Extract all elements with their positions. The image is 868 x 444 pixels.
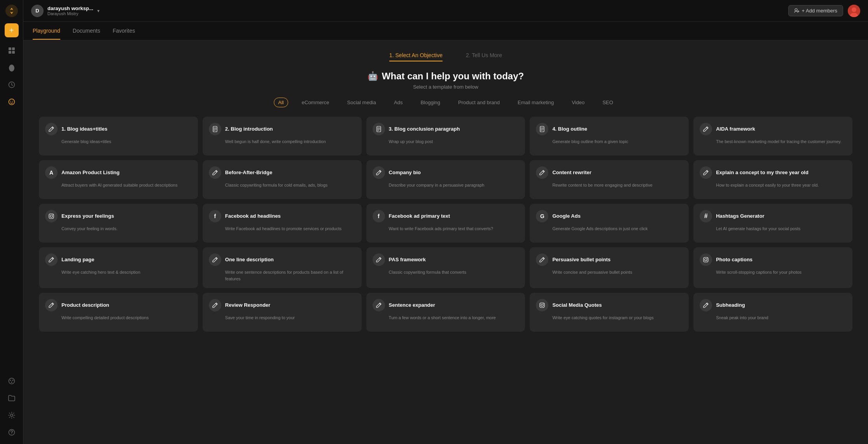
template-title-one-line: One line description <box>225 257 274 263</box>
template-card-header: Photo captions <box>700 253 846 266</box>
filter-video[interactable]: Video <box>567 98 589 107</box>
filter-ecommerce[interactable]: eCommerce <box>298 98 334 107</box>
sidebar-item-folder[interactable] <box>5 391 19 405</box>
svg-point-26 <box>52 214 53 215</box>
template-card-explain-concept[interactable]: Explain a concept to my three year old H… <box>693 160 852 199</box>
template-card-fb-headlines[interactable]: f Facebook ad headlines Write Facebook a… <box>203 204 362 243</box>
filter-social[interactable]: Social media <box>343 98 380 107</box>
template-card-express-feelings[interactable]: Express your feelings Convey your feelin… <box>39 204 198 243</box>
filter-tabs: All eCommerce Social media Ads Blogging … <box>39 98 852 107</box>
template-title-review-responder: Review Responder <box>225 302 270 309</box>
template-icon-blog-ideas <box>45 123 58 135</box>
sidebar-item-egg[interactable] <box>5 61 19 75</box>
template-card-social-quotes[interactable]: Social Media Quotes Write eye catching q… <box>530 293 689 332</box>
template-card-one-line[interactable]: One line description Write one sentence … <box>203 247 362 288</box>
template-card-blog-ideas[interactable]: 1. Blog ideas+titles Generate blog ideas… <box>39 117 198 156</box>
svg-point-16 <box>11 434 12 434</box>
template-card-hashtags[interactable]: # Hashtags Generator Let AI generate has… <box>693 204 852 243</box>
template-icon-one-line <box>209 253 221 266</box>
template-card-fb-primary[interactable]: f Facebook ad primary text Want to write… <box>366 204 525 243</box>
template-title-landing-page: Landing page <box>61 257 94 263</box>
filter-all[interactable]: All <box>274 98 288 107</box>
template-title-product-desc: Product description <box>61 302 109 309</box>
template-card-landing-page[interactable]: Landing page Write eye catching hero tex… <box>39 247 198 288</box>
sidebar: + <box>0 0 23 444</box>
template-card-amazon[interactable]: A Amazon Product Listing Attract buyers … <box>39 160 198 199</box>
tab-favorites[interactable]: Favorites <box>113 28 135 35</box>
sidebar-item-face[interactable] <box>5 95 19 109</box>
template-card-persuasive-bullets[interactable]: Persuasive bullet points Write concise a… <box>530 247 689 288</box>
template-card-subheading[interactable]: Subheading Sneak peak into your brand <box>693 293 852 332</box>
template-card-header: Explain a concept to my three year old <box>700 166 846 179</box>
template-desc-company-bio: Describe your company in a persuasive pa… <box>373 182 519 189</box>
template-card-photo-captions[interactable]: Photo captions Write scroll-stopping cap… <box>693 247 852 288</box>
workspace-info: darayush worksp... Darayush Mistry <box>47 5 93 16</box>
template-desc-content-rewriter: Rewrite content to be more engaging and … <box>536 182 682 189</box>
template-desc-fb-headlines: Write Facebook ad headlines to promote s… <box>209 225 355 232</box>
template-desc-explain-concept: How to explain a concept easily to your … <box>700 182 846 189</box>
template-title-blog-conclusion: 3. Blog conclusion paragraph <box>389 126 460 133</box>
template-icon-content-rewriter <box>536 166 548 179</box>
filter-email[interactable]: Email marketing <box>513 98 558 107</box>
template-card-header: 1. Blog ideas+titles <box>45 123 192 135</box>
template-card-header: G Google Ads <box>536 210 682 222</box>
template-icon-pas <box>373 253 385 266</box>
template-card-before-after[interactable]: Before-After-Bridge Classic copywriting … <box>203 160 362 199</box>
template-title-aida: AIDA framework <box>716 126 755 133</box>
user-avatar[interactable] <box>848 5 860 17</box>
svg-point-8 <box>10 101 11 102</box>
workspace-dropdown-icon[interactable]: ▾ <box>97 8 100 14</box>
template-card-header: f Facebook ad headlines <box>209 210 355 222</box>
sidebar-item-help[interactable] <box>5 425 19 439</box>
template-desc-pas: Classic copywriting formula that convert… <box>373 269 519 276</box>
tab-documents[interactable]: Documents <box>73 28 100 35</box>
template-desc-blog-intro: Well begun is half done, write compellin… <box>209 138 355 145</box>
svg-rect-4 <box>12 51 15 54</box>
template-icon-fb-primary: f <box>373 210 385 222</box>
template-card-sentence-expander[interactable]: Sentence expander Turn a few words or a … <box>366 293 525 332</box>
template-desc-blog-ideas: Generate blog ideas+titles <box>45 138 192 145</box>
template-desc-review-responder: Save your time in responding to your <box>209 315 355 321</box>
page-subtitle: Select a template from below <box>39 84 852 90</box>
template-icon-aida <box>700 123 712 135</box>
template-desc-one-line: Write one sentence descriptions for prod… <box>209 269 355 282</box>
template-card-review-responder[interactable]: Review Responder Save your time in respo… <box>203 293 362 332</box>
wizard-step-1[interactable]: 1. Select An Objective <box>389 52 443 60</box>
template-card-blog-conclusion[interactable]: 3. Blog conclusion paragraph Wrap up you… <box>366 117 525 156</box>
filter-ads[interactable]: Ads <box>390 98 407 107</box>
template-card-header: 3. Blog conclusion paragraph <box>373 123 519 135</box>
template-title-content-rewriter: Content rewriter <box>552 170 591 176</box>
template-card-aida[interactable]: AIDA framework The best-known marketing … <box>693 117 852 156</box>
filter-seo[interactable]: SEO <box>598 98 617 107</box>
template-card-blog-outline[interactable]: 4. Blog outline Generate blog outline fr… <box>530 117 689 156</box>
template-card-header: One line description <box>209 253 355 266</box>
svg-point-17 <box>795 9 797 11</box>
template-card-content-rewriter[interactable]: Content rewriter Rewrite content to be m… <box>530 160 689 199</box>
svg-point-14 <box>10 414 13 416</box>
template-card-header: # Hashtags Generator <box>700 210 846 222</box>
svg-point-31 <box>541 304 543 306</box>
template-card-header: 2. Blog introduction <box>209 123 355 135</box>
filter-blogging[interactable]: Blogging <box>416 98 444 107</box>
sidebar-item-settings[interactable] <box>5 408 19 422</box>
sidebar-item-clock[interactable] <box>5 78 19 92</box>
template-card-pas[interactable]: PAS framework Classic copywriting formul… <box>366 247 525 288</box>
template-desc-product-desc: Write compelling detailed product descri… <box>45 315 192 321</box>
template-title-company-bio: Company bio <box>389 170 421 176</box>
content-area: 1. Select An Objective 2. Tell Us More 🤖… <box>23 40 868 444</box>
svg-point-7 <box>9 99 14 105</box>
filter-product[interactable]: Product and brand <box>454 98 504 107</box>
template-title-sentence-expander: Sentence expander <box>389 302 435 309</box>
template-card-company-bio[interactable]: Company bio Describe your company in a p… <box>366 160 525 199</box>
template-card-google-ads[interactable]: G Google Ads Generate Google Ads descrip… <box>530 204 689 243</box>
sidebar-item-palette[interactable] <box>5 374 19 388</box>
template-icon-product-desc <box>45 299 58 311</box>
template-card-blog-intro[interactable]: 2. Blog introduction Well begun is half … <box>203 117 362 156</box>
template-card-product-desc[interactable]: Product description Write compelling det… <box>39 293 198 332</box>
template-title-before-after: Before-After-Bridge <box>225 170 272 176</box>
tab-playground[interactable]: Playground <box>33 28 60 35</box>
new-document-button[interactable]: + <box>5 23 19 37</box>
add-members-button[interactable]: + Add members <box>788 5 843 16</box>
sidebar-item-grid[interactable] <box>5 44 19 58</box>
wizard-step-2[interactable]: 2. Tell Us More <box>466 52 502 60</box>
